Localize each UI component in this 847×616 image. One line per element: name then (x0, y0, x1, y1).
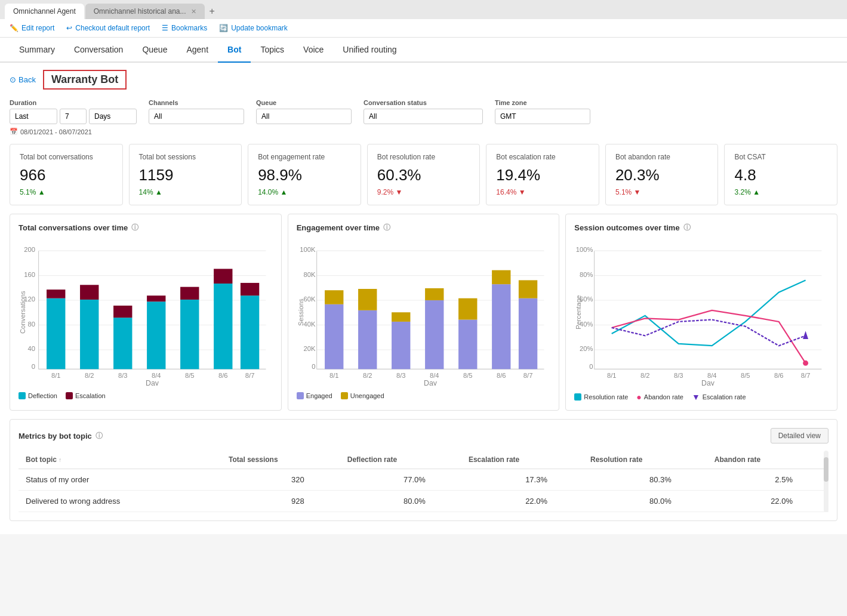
delta-arrow-icon-6: 3.2% ▲ (734, 188, 760, 196)
svg-text:20K: 20K (303, 345, 315, 352)
delta-arrow-icon-5: 5.1% ▼ (615, 188, 641, 196)
kpi-value-5: 20.3% (615, 166, 709, 184)
svg-rect-17 (113, 318, 132, 369)
kpi-value-3: 60.3% (377, 166, 470, 184)
tab-bot[interactable]: Bot (218, 38, 251, 63)
svg-text:8/4: 8/4 (430, 372, 439, 379)
col-escalation-rate: Escalation rate (461, 451, 583, 469)
svg-text:8/4: 8/4 (707, 372, 717, 379)
queue-select[interactable]: All (256, 109, 352, 124)
svg-rect-49 (325, 304, 343, 369)
svg-rect-15 (80, 300, 98, 369)
scrollbar-thumb[interactable] (824, 457, 828, 482)
kpi-delta-5: 5.1% ▼ (615, 188, 709, 196)
back-button[interactable]: ⊙ Back (10, 75, 36, 84)
cell-deflection-1: 80.0% (340, 491, 461, 512)
add-tab-button[interactable]: + (206, 6, 218, 17)
svg-text:8/2: 8/2 (85, 372, 94, 379)
tab-agent[interactable]: Agent (177, 38, 218, 63)
svg-text:8/1: 8/1 (329, 372, 339, 379)
svg-rect-57 (458, 320, 477, 369)
scrollbar-track[interactable] (824, 451, 828, 512)
bookmarks-button[interactable]: ☰ Bookmarks (162, 24, 207, 32)
tab-unified-routing[interactable]: Unified routing (333, 38, 406, 63)
kpi-card-0: Total bot conversations 966 5.1% ▲ (10, 144, 123, 205)
svg-rect-51 (358, 310, 377, 369)
checkout-button[interactable]: ↩ Checkout default report (66, 24, 150, 32)
kpi-value-6: 4.8 (734, 166, 827, 184)
col-total-sessions: Total sessions (221, 451, 340, 469)
detailed-view-button[interactable]: Detailed view (771, 428, 828, 443)
tab-summary[interactable]: Summary (10, 38, 64, 63)
svg-rect-61 (519, 298, 537, 369)
svg-text:40K: 40K (303, 321, 315, 328)
svg-rect-52 (358, 289, 377, 310)
kpi-delta-0: 5.1% ▲ (20, 188, 113, 196)
tab-queue[interactable]: Queue (133, 38, 177, 63)
timezone-select[interactable]: GMT (495, 109, 590, 124)
svg-text:Sessions: Sessions (297, 298, 304, 326)
cell-topic-0: Status of my order (19, 469, 221, 491)
svg-rect-22 (180, 287, 199, 300)
svg-text:8/6: 8/6 (774, 372, 784, 379)
duration-unit-select[interactable]: Days (89, 109, 137, 124)
svg-text:Day: Day (146, 379, 159, 386)
table-row: Delivered to wrong address 928 80.0% 22.… (19, 491, 828, 512)
unengaged-legend: Unengaged (341, 392, 384, 399)
cell-sessions-0: 320 (221, 469, 340, 491)
resolution-rate-legend: Resolution rate (574, 393, 628, 401)
browser-tab-historical[interactable]: Omnichannel historical ana... ✕ (85, 4, 205, 19)
conv-status-select[interactable]: All (364, 109, 483, 124)
close-icon[interactable]: ✕ (191, 8, 196, 16)
sort-icon[interactable]: ↑ (58, 457, 61, 463)
svg-text:Day: Day (701, 379, 715, 386)
edit-icon: ✏️ (10, 24, 19, 32)
svg-rect-13 (47, 298, 65, 369)
svg-text:40: 40 (28, 345, 35, 352)
session-outcomes-legend: Resolution rate ● Abandon rate ▼ Escalat… (574, 392, 828, 402)
svg-rect-55 (425, 300, 443, 369)
kpi-row: Total bot conversations 966 5.1% ▲ Total… (10, 144, 837, 205)
svg-text:8/4: 8/4 (152, 372, 161, 379)
channels-select[interactable]: All (149, 109, 244, 124)
svg-rect-54 (392, 312, 410, 322)
kpi-title-2: Bot engagement rate (258, 153, 351, 161)
svg-rect-58 (458, 298, 477, 320)
svg-text:8/5: 8/5 (185, 372, 195, 379)
svg-text:160: 160 (24, 271, 35, 278)
table-header-row: Bot topic ↑ Total sessions Deflection ra… (19, 451, 828, 469)
browser-tab-agent[interactable]: Omnichannel Agent (5, 4, 84, 19)
edit-report-button[interactable]: ✏️ Edit report (10, 24, 54, 32)
svg-rect-24 (214, 269, 232, 284)
svg-text:8/5: 8/5 (463, 372, 473, 379)
conversations-bar-chart: 200 160 120 80 40 0 (19, 239, 273, 386)
duration-value-input[interactable] (60, 109, 87, 124)
engagement-chart-card: Engagement over time ⓘ 100K 80K 60K 40K … (288, 214, 560, 411)
duration-preset-select[interactable]: Last (10, 109, 57, 124)
svg-rect-20 (147, 295, 165, 301)
delta-arrow-icon-2: 14.0% ▲ (258, 188, 287, 196)
resolution-color (574, 393, 581, 401)
info-icon: ⓘ (683, 223, 691, 233)
conversations-chart-legend: Deflection Escalation (19, 392, 273, 399)
info-icon: ⓘ (383, 223, 390, 233)
tab-voice[interactable]: Voice (294, 38, 333, 63)
svg-text:Day: Day (424, 379, 438, 386)
tab-conversation[interactable]: Conversation (64, 38, 133, 63)
svg-text:80: 80 (28, 321, 35, 328)
update-bookmark-button[interactable]: 🔄 Update bookmark (219, 24, 288, 32)
svg-text:100%: 100% (576, 246, 593, 253)
svg-text:8/2: 8/2 (640, 372, 650, 379)
tab-topics[interactable]: Topics (251, 38, 294, 63)
cell-sessions-1: 928 (221, 491, 340, 512)
metrics-table-card: Metrics by bot topic ⓘ Detailed view Bot… (10, 419, 837, 521)
svg-text:0: 0 (32, 363, 35, 370)
svg-text:8/6: 8/6 (497, 372, 506, 379)
cell-escalation-0: 17.3% (461, 469, 583, 491)
engaged-legend: Engaged (297, 392, 332, 399)
nav-tabs: Summary Conversation Queue Agent Bot Top… (0, 38, 847, 63)
kpi-delta-1: 14% ▲ (139, 188, 232, 196)
svg-rect-21 (180, 300, 199, 369)
kpi-delta-3: 9.2% ▼ (377, 188, 470, 196)
col-resolution-rate: Resolution rate (583, 451, 707, 469)
